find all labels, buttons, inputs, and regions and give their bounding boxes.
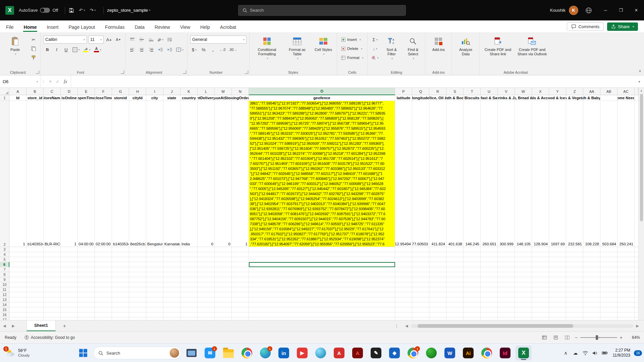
cell-H9[interactable] [129,277,146,282]
dialog-launcher-icon[interactable] [36,70,39,74]
menu-tab-page-layout[interactable]: Page Layout [68,21,96,32]
cell-AC5[interactable] [618,257,635,262]
cell-S3[interactable] [446,247,464,252]
data-cell-Z2[interactable]: 232.581 [566,101,583,247]
cell-Q16[interactable] [412,312,429,317]
cell-Q12[interactable] [412,292,429,297]
cell-D15[interactable] [61,307,78,312]
percent-style-button[interactable]: % [200,46,208,54]
column-header-J[interactable]: J [163,88,180,95]
excel-app-icon[interactable]: X [4,5,15,16]
cell-G5[interactable] [112,257,129,262]
header-cell-E1[interactable]: openTime [78,95,95,101]
cell-W6[interactable] [515,262,532,267]
data-cell-J2[interactable]: Karnataka [163,101,180,247]
start-button[interactable] [75,346,91,360]
minimize-button[interactable]: ─ [598,0,613,20]
cell-T13[interactable] [464,297,481,302]
cell-Q8[interactable] [412,272,429,277]
font-size-select[interactable]: 11▾ [88,36,104,44]
cell-H12[interactable] [129,292,146,297]
cell-W15[interactable] [515,307,532,312]
pen-app-icon[interactable]: ✎ [368,346,384,360]
cell-AA13[interactable] [583,297,600,302]
cell-I9[interactable] [146,277,163,282]
cell-A12[interactable] [9,292,26,297]
data-cell-AC2[interactable]: 250.241 [618,101,635,247]
cell-Y8[interactable] [549,272,566,277]
share-button[interactable]: Share ▾ [607,22,638,31]
row-header-10[interactable]: 10 [0,282,9,287]
cell-T12[interactable] [464,292,481,297]
cell-L7[interactable] [198,267,215,272]
cell-G12[interactable] [112,292,129,297]
cell-X9[interactable] [532,277,549,282]
cell-X4[interactable] [532,252,549,257]
header-cell-AC1[interactable]: ome Need [618,95,635,101]
clear-button[interactable]: ▾ [370,54,379,62]
cell-Y15[interactable] [549,307,566,312]
cell-M3[interactable] [215,247,232,252]
cell-F6[interactable] [95,262,112,267]
paste-button[interactable]: Paste ▾ [3,35,28,69]
menu-tab-formulas[interactable]: Formulas [104,21,125,32]
align-center-button[interactable] [138,46,146,54]
cell-S14[interactable] [446,302,464,307]
cell-N10[interactable] [232,282,249,287]
cell-N13[interactable] [232,297,249,302]
cell-R14[interactable] [429,302,446,307]
zoom-out-button[interactable]: − [575,335,578,340]
header-cell-AB1[interactable] [600,95,618,101]
cell-H6[interactable] [129,262,146,267]
sort-filter-button[interactable]: AZ Sort & Filter ▾ [381,35,401,69]
fill-button[interactable]: ↓▾ [370,45,379,53]
cell-R4[interactable] [429,252,446,257]
cell-G9[interactable] [112,277,129,282]
cell-J7[interactable] [163,267,180,272]
cell-S12[interactable] [446,292,464,297]
cell-C8[interactable] [44,272,61,277]
cell-A9[interactable] [9,277,26,282]
cell-C5[interactable] [44,257,61,262]
cell-AB10[interactable] [600,282,618,287]
previous-sheet-icon[interactable]: ◀ [0,324,9,328]
cell-U17[interactable] [481,317,498,320]
cell-E9[interactable] [78,277,95,282]
cell-Q13[interactable] [412,297,429,302]
cell-W7[interactable] [515,267,532,272]
cell-T14[interactable] [464,302,481,307]
cell-I13[interactable] [146,297,163,302]
conditional-formatting-button[interactable]: Conditional Formatting ▾ [252,35,282,69]
taskbar-search[interactable]: Search [93,347,181,359]
cell-A11[interactable] [9,287,26,292]
cell-T3[interactable] [464,247,481,252]
cell-Q10[interactable] [412,282,429,287]
cell-AB11[interactable] [600,287,618,292]
cell-AA7[interactable] [583,267,600,272]
cell-I11[interactable] [146,287,163,292]
cell-V9[interactable] [498,277,515,282]
menu-tab-file[interactable]: File [5,21,14,32]
font-name-select[interactable]: Calibri▾ [43,36,87,44]
column-header-K[interactable]: K [180,88,198,95]
cell-AB6[interactable] [600,262,618,267]
redo-button[interactable]: ↷▾ [88,6,97,14]
cell-K4[interactable] [180,252,198,257]
cell-E15[interactable] [78,307,95,312]
cell-G11[interactable] [112,287,129,292]
column-header-O[interactable]: O [249,88,395,95]
column-header-U[interactable]: U [481,88,498,95]
weather-widget[interactable]: 1 56°F Cloudy [3,346,32,360]
scroll-up-icon[interactable]: ▲ [640,88,643,93]
cell-N14[interactable] [232,302,249,307]
cell-N11[interactable] [232,287,249,292]
cell-N4[interactable] [232,252,249,257]
cell-Q17[interactable] [412,317,429,320]
row-header-16[interactable]: 16 [0,312,9,317]
header-cell-B1[interactable]: store_id [26,95,44,101]
column-header-W[interactable]: W [515,88,532,95]
cell-O12[interactable] [249,292,395,297]
cell-K12[interactable] [180,292,198,297]
cell-Z17[interactable] [566,317,583,320]
cell-N16[interactable] [232,312,249,317]
